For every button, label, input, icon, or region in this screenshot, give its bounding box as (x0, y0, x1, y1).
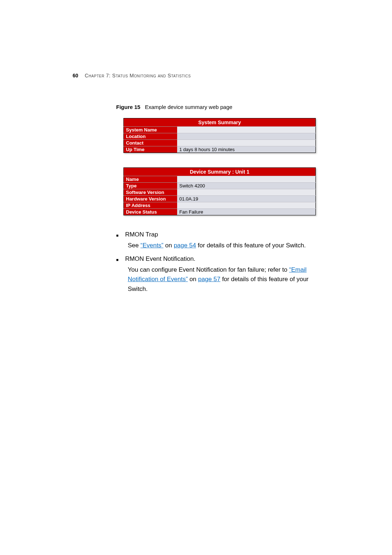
table-row: Software Version (124, 189, 316, 196)
row-label: Contact (124, 140, 177, 146)
text: You can configure Event Notification for… (128, 266, 289, 273)
device-summary-title: Device Summary : Unit 1 (124, 168, 316, 176)
row-label: Name (124, 176, 177, 183)
link-page-54[interactable]: page 54 (174, 242, 196, 249)
text: for details of this feature of your Swit… (196, 242, 306, 249)
row-value: Switch 4200 (177, 183, 316, 189)
table-row: Up Time1 days 8 hours 10 minutes (124, 146, 316, 153)
text: on (188, 276, 198, 283)
table-row: System Name (124, 127, 316, 133)
row-value: 01.0A.19 (177, 196, 316, 202)
row-label: System Name (124, 127, 177, 133)
device-summary-table: Device Summary : Unit 1 Name TypeSwitch … (123, 167, 316, 215)
figure-label: Figure 15 (116, 104, 140, 110)
table-row: Contact (124, 140, 316, 146)
figure-caption: Figure 15 Example device summary web pag… (116, 104, 345, 110)
table-row: Hardware Version01.0A.19 (124, 196, 316, 202)
row-value: Fan Failure (177, 209, 316, 215)
row-value (177, 127, 316, 133)
bullet-body: You can configure Event Notification for… (128, 265, 319, 294)
bullet-icon: ■ (116, 257, 119, 264)
row-label: Up Time (124, 146, 177, 153)
table-row: Location (124, 133, 316, 140)
row-value: 1 days 8 hours 10 minutes (177, 146, 316, 153)
page-header: 60 Chapter 7: Status Monitoring and Stat… (73, 73, 345, 78)
row-label: Software Version (124, 189, 177, 196)
row-label: Hardware Version (124, 196, 177, 202)
row-value (177, 133, 316, 140)
text: on (163, 242, 173, 249)
table-row: IP Address (124, 202, 316, 209)
link-events[interactable]: “Events” (140, 242, 163, 249)
row-label: IP Address (124, 202, 177, 209)
system-summary-title: System Summary (124, 118, 316, 127)
row-value (177, 189, 316, 196)
row-label: Type (124, 183, 177, 189)
row-label: Device Status (124, 209, 177, 215)
page-number: 60 (73, 73, 78, 78)
link-page-57[interactable]: page 57 (198, 276, 220, 283)
list-item: ■ RMON Event Notification. (116, 254, 319, 264)
table-row: TypeSwitch 4200 (124, 183, 316, 189)
bullet-title: RMON Trap (125, 230, 319, 239)
bullet-list: ■ RMON Trap See “Events” on page 54 for … (116, 230, 319, 294)
bullet-icon: ■ (116, 232, 119, 239)
bullet-body: See “Events” on page 54 for details of t… (128, 241, 319, 250)
figure-caption-text: Example device summary web page (145, 104, 232, 110)
list-item: ■ RMON Trap (116, 230, 319, 239)
row-label: Location (124, 133, 177, 140)
chapter-label: Chapter 7: Status Monitoring and Statist… (85, 73, 191, 78)
table-row: Device StatusFan Failure (124, 209, 316, 215)
device-summary-table-wrap: Device Summary : Unit 1 Name TypeSwitch … (123, 167, 345, 215)
table-row: Name (124, 176, 316, 183)
bullet-title: RMON Event Notification. (125, 254, 319, 264)
row-value (177, 176, 316, 183)
row-value (177, 202, 316, 209)
system-summary-table-wrap: System Summary System Name Location Cont… (123, 118, 345, 153)
document-page: 60 Chapter 7: Status Monitoring and Stat… (0, 0, 392, 294)
system-summary-table: System Summary System Name Location Cont… (123, 118, 316, 153)
text: See (128, 242, 140, 249)
row-value (177, 140, 316, 146)
